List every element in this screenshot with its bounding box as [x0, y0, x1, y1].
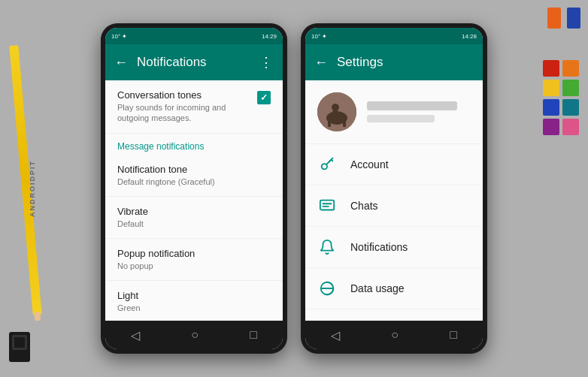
phone-left-screen: 10° ✦ 14:29 ← Notifications ⋮ — [105, 28, 283, 349]
conversation-tones-checkbox[interactable] — [257, 91, 271, 104]
bottom-nav-left: ◁ ○ □ — [105, 321, 283, 349]
status-right-left: 14:29 — [262, 33, 277, 40]
popup-title: Popup notification — [117, 248, 271, 259]
app-bar-title-left: Notifications — [137, 55, 250, 70]
back-button-left[interactable]: ← — [114, 55, 128, 71]
time-left: 14:29 — [262, 33, 277, 40]
message-notifications-header: Message notifications — [105, 134, 283, 155]
profile-status — [367, 115, 435, 122]
data-usage-label: Data usage — [350, 282, 405, 294]
pencil-decoration — [9, 45, 41, 315]
svg-line-9 — [329, 161, 331, 162]
chats-label: Chats — [350, 200, 378, 212]
nav-recent-left[interactable]: □ — [238, 325, 269, 345]
phone-right: 10° ✦ 14:28 ← Settings — [301, 23, 487, 354]
notification-tone-subtitle: Default ringtone (Graceful) — [117, 176, 271, 187]
light-subtitle: Green — [117, 303, 271, 313]
notification-tone-title: Notification tone — [117, 164, 271, 175]
account-label: Account — [350, 158, 389, 170]
avatar — [317, 92, 356, 131]
status-left-right: 10° ✦ — [311, 33, 327, 40]
nav-back-left[interactable]: ◁ — [119, 325, 152, 345]
setting-light[interactable]: Light Green — [105, 281, 283, 321]
phone-left: 10° ✦ 14:29 ← Notifications ⋮ — [101, 23, 287, 354]
clip-blue — [567, 8, 580, 29]
profile-info — [367, 101, 471, 122]
app-bar-title-right: Settings — [337, 55, 474, 70]
binder-clips-top — [547, 8, 580, 29]
status-bar-left: 10° ✦ 14:29 — [105, 28, 283, 44]
profile-section[interactable] — [305, 80, 483, 144]
nav-home-right[interactable]: ○ — [379, 325, 411, 345]
clip-orange — [547, 8, 561, 29]
menu-item-account[interactable]: Account — [305, 144, 483, 185]
back-button-right[interactable]: ← — [314, 55, 328, 71]
light-title: Light — [117, 290, 271, 301]
setting-popup[interactable]: Popup notification No popup — [105, 239, 283, 281]
notifications-label: Notifications — [350, 241, 408, 253]
avatar-silhouette — [317, 92, 356, 131]
setting-conversation-tones[interactable]: Conversation tones Play sounds for incom… — [105, 80, 283, 134]
app-bar-left: ← Notifications ⋮ — [105, 44, 283, 80]
menu-item-contacts[interactable]: Contacts — [305, 309, 483, 321]
avatar-image — [317, 92, 356, 131]
desktop-background: ANDROIDPIT — [0, 0, 588, 377]
settings-content: Account Chats — [305, 80, 483, 321]
bell-icon — [317, 237, 337, 257]
svg-rect-4 — [328, 119, 331, 127]
phone-right-screen: 10° ✦ 14:28 ← Settings — [305, 28, 483, 349]
vibrate-title: Vibrate — [117, 206, 271, 217]
setting-notification-tone[interactable]: Notification tone Default ringtone (Grac… — [105, 155, 283, 197]
popup-subtitle: No popup — [117, 261, 271, 271]
nav-back-right[interactable]: ◁ — [319, 325, 352, 345]
nav-recent-right[interactable]: □ — [438, 325, 469, 345]
vibrate-subtitle: Default — [117, 219, 271, 229]
app-bar-right: ← Settings — [305, 44, 483, 80]
svg-line-8 — [332, 160, 333, 161]
conversation-tones-title: Conversation tones — [117, 89, 257, 101]
chat-icon — [317, 196, 337, 216]
menu-item-data-usage[interactable]: Data usage — [305, 268, 483, 309]
conversation-tones-subtitle: Play sounds for incoming and outgoing me… — [117, 102, 257, 124]
time-right: 14:28 — [462, 33, 477, 40]
status-left-left: 10° ✦ — [111, 33, 127, 40]
svg-rect-5 — [343, 119, 346, 127]
setting-vibrate[interactable]: Vibrate Default — [105, 197, 283, 239]
menu-item-notifications[interactable]: Notifications — [305, 227, 483, 268]
svg-point-2 — [332, 104, 339, 111]
androidpit-label: ANDROIDPIT — [29, 160, 36, 217]
signal-icon: 10° ✦ — [111, 33, 127, 40]
status-right-right: 14:28 — [462, 33, 477, 40]
status-bar-right: 10° ✦ 14:28 — [305, 28, 483, 44]
signal-icon-right: 10° ✦ — [311, 33, 327, 40]
menu-item-chats[interactable]: Chats — [305, 185, 483, 227]
clip-bottom-left — [9, 332, 30, 362]
svg-rect-10 — [320, 201, 334, 210]
nav-home-left[interactable]: ○ — [179, 325, 211, 345]
key-icon — [317, 155, 337, 174]
menu-dots-left[interactable]: ⋮ — [259, 54, 274, 71]
data-icon — [317, 279, 337, 298]
notifications-content: Conversation tones Play sounds for incom… — [105, 80, 283, 321]
profile-name — [367, 101, 457, 110]
svg-rect-3 — [332, 110, 338, 118]
phones-container: 10° ✦ 14:29 ← Notifications ⋮ — [101, 23, 487, 354]
colored-blocks — [543, 60, 579, 135]
bottom-nav-right: ◁ ○ □ — [305, 321, 483, 349]
